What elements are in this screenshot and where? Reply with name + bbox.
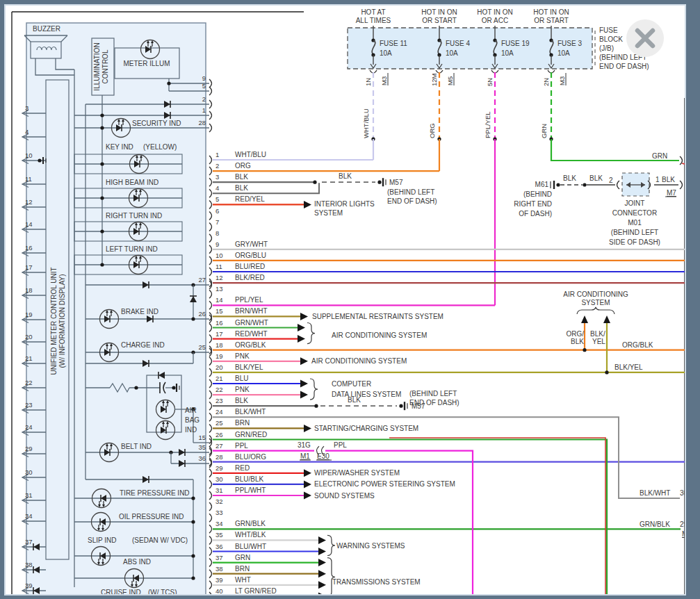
indicator-note: (SEDAN W/ VDC) bbox=[132, 536, 188, 544]
pin-label: 22 bbox=[215, 386, 223, 393]
pin-label: 37 bbox=[25, 538, 33, 545]
wire-label: PPL bbox=[334, 441, 347, 449]
destination-label: TRANSMISSIONS SYSTEM bbox=[332, 578, 421, 586]
joint-connector-label: CONNECTOR bbox=[612, 209, 657, 217]
pin-label: 6 bbox=[215, 207, 219, 215]
pin-label: 18 bbox=[215, 341, 223, 349]
pin-label: 12 bbox=[215, 274, 223, 281]
pin-label: 40 bbox=[215, 587, 223, 595]
pin-label: 20 bbox=[215, 363, 223, 371]
pin-label: 10A bbox=[380, 49, 392, 57]
indicator-label: KEY IND bbox=[106, 143, 133, 151]
pin-label: GRY/WHT bbox=[235, 240, 268, 248]
pin-label: 38 bbox=[215, 565, 223, 573]
pin-label: 21 bbox=[25, 354, 33, 362]
pin-label: 28 bbox=[198, 119, 206, 126]
wire-label: BLK/YEL bbox=[614, 363, 643, 371]
pin-label: 33 bbox=[215, 509, 223, 516]
pin-label: BRN bbox=[235, 565, 250, 573]
ground-note: (BEHIND bbox=[523, 190, 552, 198]
destination-label: SUPPLEMENTAL RESTRAINTS SYSTEM bbox=[312, 313, 443, 320]
pin-label: 26 bbox=[198, 310, 206, 318]
pin-label: BRN bbox=[235, 419, 250, 427]
destination-label: WARNING SYSTEMS bbox=[336, 542, 405, 550]
destination-label: SOUND SYSTEMS bbox=[314, 492, 375, 500]
pin-label: 17 bbox=[25, 263, 33, 271]
destination-label: STARTING/CHARGING SYSTEM bbox=[314, 425, 418, 432]
pin-label: 31 bbox=[215, 486, 223, 494]
pin-label: 22 bbox=[25, 379, 33, 386]
joint-connector-label: M01 bbox=[628, 219, 642, 227]
pin-label: BLK/WHT bbox=[235, 408, 266, 416]
pin-label: 10A bbox=[501, 49, 514, 57]
ground-name: M61 bbox=[535, 181, 549, 188]
pin-label: M3 bbox=[380, 76, 388, 85]
pin-label: 29 bbox=[25, 445, 33, 452]
ground-note: (BEHIND LEFT bbox=[409, 390, 457, 397]
pin-label: 39 bbox=[215, 576, 223, 584]
indicator-label: SLIP IND bbox=[88, 536, 117, 544]
joint-connector-label: (BEHIND LEFT bbox=[611, 229, 658, 236]
pin-label: PNK bbox=[235, 386, 250, 393]
pin-label: BLK bbox=[235, 397, 248, 404]
pin-label: M3 bbox=[558, 76, 566, 85]
pin-label: PPL/YEL bbox=[235, 296, 263, 304]
wire-label: BLK bbox=[348, 396, 361, 404]
pin-label: 30 bbox=[215, 475, 223, 483]
indicator-label: IND bbox=[185, 426, 197, 434]
ground-note: RIGHT END bbox=[514, 200, 552, 208]
pin-label: GRN/WHT bbox=[235, 319, 268, 327]
pin-label: GRN/BLK bbox=[235, 520, 266, 527]
pin-label: BLK bbox=[235, 173, 248, 181]
close-button[interactable] bbox=[626, 19, 664, 57]
pin-label: ORG/BLK bbox=[235, 341, 266, 349]
pin-label: 12 bbox=[25, 198, 33, 206]
pin-label: LT GRN/RED bbox=[235, 587, 277, 595]
buzzer-label: BUZZER bbox=[33, 25, 60, 33]
window-border-top bbox=[0, 0, 700, 5]
pin-label: BLU bbox=[235, 375, 248, 382]
wire-label: ORG/BLK bbox=[622, 341, 653, 349]
wire-label: BLK/WHT bbox=[640, 489, 670, 497]
pin-label: BLK bbox=[235, 184, 248, 192]
pin-label: 10A bbox=[557, 49, 570, 57]
pin-label: RED/YEL bbox=[235, 195, 265, 203]
wire-label: BLK bbox=[571, 338, 584, 345]
pin-label: 5 bbox=[202, 82, 206, 90]
pin-label: ORG bbox=[428, 123, 436, 138]
pin-label: 12M bbox=[430, 73, 438, 86]
pin-label: 23 bbox=[25, 401, 33, 409]
illumination-label: ILLUMINATION bbox=[93, 42, 101, 90]
pin-label: FUSE 19 bbox=[501, 40, 530, 47]
pin-label: ALL TIMES bbox=[356, 17, 391, 24]
pin-label: PNK bbox=[235, 352, 250, 360]
pin-label: 16 bbox=[215, 319, 223, 327]
pin-label: BLU/BLK bbox=[235, 475, 263, 483]
pin-label: 13 bbox=[215, 285, 223, 293]
pin-label: GRN bbox=[235, 554, 250, 561]
indicator-note: (YELLOW) bbox=[143, 143, 177, 151]
fuse-block-note: BLOCK bbox=[599, 35, 623, 43]
pin-label: 4 bbox=[25, 128, 29, 136]
ground-note: END OF DASH) bbox=[387, 197, 437, 205]
pin-label: 8 bbox=[215, 229, 219, 237]
indicator-label: LEFT TURN IND bbox=[106, 245, 158, 253]
pin-label: 17 bbox=[215, 330, 223, 338]
wire-label: GRN/BLK bbox=[640, 520, 670, 528]
window-border-left bbox=[0, 0, 5, 599]
connector-label: M7 bbox=[667, 189, 676, 197]
wire-label: GRN bbox=[652, 152, 667, 160]
pin-label: 11 bbox=[215, 263, 222, 270]
ground-note: OF DASH) bbox=[519, 210, 552, 218]
wire-label: BLK bbox=[662, 176, 675, 183]
destination-label: SYSTEM bbox=[314, 209, 343, 217]
ground-note: END OF DASH) bbox=[409, 399, 459, 407]
pin-label: 5N bbox=[486, 78, 494, 86]
pin-label: HOT IN ON bbox=[421, 8, 457, 16]
pin-label: WHT bbox=[235, 576, 251, 584]
pin-label: BLU/RED bbox=[235, 263, 265, 270]
indicator-label: TIRE PRESSURE IND bbox=[120, 489, 190, 497]
wiring-diagram: FUSE BLOCK (J/B) (BEHIND LEFT END OF DAS… bbox=[0, 0, 700, 599]
pin-label: 14 bbox=[25, 220, 33, 228]
wire-label: YEL bbox=[592, 338, 605, 345]
